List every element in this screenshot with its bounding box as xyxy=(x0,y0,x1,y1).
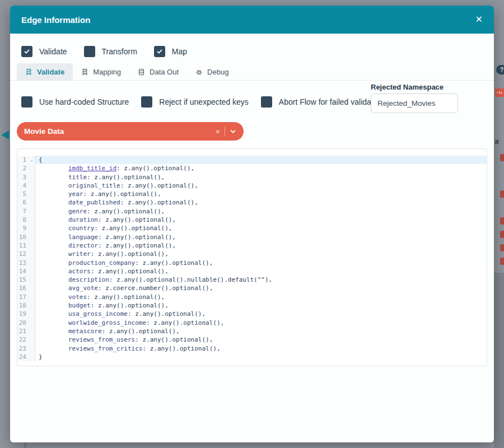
tab-debug[interactable]: Debug xyxy=(187,63,237,80)
code-line: 15 description: z.any().optional().nulla… xyxy=(17,276,487,284)
code-line-text[interactable]: title: z.any().optional(), xyxy=(35,173,487,181)
clear-selection-icon[interactable]: × xyxy=(216,127,220,136)
feature-toggles-row: Validate Transform Map xyxy=(21,46,494,57)
checkbox-label: Reject if unexpected keys xyxy=(159,97,249,106)
rejected-namespace-input[interactable] xyxy=(371,94,458,113)
code-line-text[interactable]: actors: z.any().optional(), xyxy=(35,267,487,276)
schema-key: language xyxy=(68,234,98,241)
code-line-text[interactable]: production_company: z.any().optional(), xyxy=(35,259,487,267)
unchecked-checkbox-abort-flow-for-failed-validation[interactable] xyxy=(261,96,272,108)
editor-gutter: 7 xyxy=(17,207,35,216)
schema-key: writer xyxy=(68,250,91,258)
tab-data-out[interactable]: Data Out xyxy=(129,63,187,80)
background-edge-arrow-icon xyxy=(1,130,9,139)
editor-gutter: 20 xyxy=(17,319,35,327)
unchecked-checkbox-use-hard-coded-structure[interactable] xyxy=(21,96,32,108)
editor-gutter: 14 xyxy=(17,267,35,276)
code-line-text[interactable]: usa_gross_income: z.any().optional(), xyxy=(35,310,487,318)
editor-gutter: 21 xyxy=(17,327,35,335)
fold-chevron-icon[interactable]: ⌄ xyxy=(29,156,35,164)
code-line-text[interactable]: avg_vote: z.coerce.number().optional(), xyxy=(35,284,487,292)
code-line: 22 reviews_from_users: z.any().optional(… xyxy=(17,335,487,344)
checkbox-group: Abort Flow for failed validation xyxy=(261,96,384,108)
line-number: 16 xyxy=(17,284,29,292)
code-line-text[interactable]: date_published: z.any().optional(), xyxy=(35,198,487,207)
background-panel-edge xyxy=(494,273,504,448)
code-line-text[interactable]: language: z.any().optional(), xyxy=(35,233,487,241)
code-line-text[interactable]: votes: z.any().optional(), xyxy=(35,293,487,301)
structure-select[interactable]: Movie Data × xyxy=(17,122,244,141)
checkbox-label: Validate xyxy=(39,47,67,56)
checkbox-group: Transform xyxy=(84,46,137,57)
checkbox-group: Use hard-coded Structure xyxy=(21,96,129,108)
code-line-text[interactable]: director: z.any().optional(), xyxy=(35,241,487,250)
checkbox-label: Use hard-coded Structure xyxy=(39,97,129,106)
code-line: 13 production_company: z.any().optional(… xyxy=(17,259,487,267)
editor-gutter: 18 xyxy=(17,301,35,310)
line-number: 7 xyxy=(17,207,29,216)
code-line-text[interactable]: budget: z.any().optional(), xyxy=(35,301,487,310)
fold-slot xyxy=(29,164,35,172)
chevron-down-icon[interactable] xyxy=(230,128,236,135)
code-line-text[interactable]: metascore: z.any().optional(), xyxy=(35,327,487,335)
code-line: 14 actors: z.any().optional(), xyxy=(17,267,487,276)
schema-key: reviews_from_critics xyxy=(68,345,142,352)
fold-slot xyxy=(29,233,35,241)
line-number: 6 xyxy=(17,198,29,207)
background-button-sliver xyxy=(500,154,504,161)
code-line-text[interactable]: genre: z.any().optional(), xyxy=(35,207,487,216)
code-line-text[interactable]: writer: z.any().optional(), xyxy=(35,250,487,258)
code-line-text[interactable]: worlwide_gross_income: z.any().optional(… xyxy=(35,319,487,327)
code-line-text[interactable]: reviews_from_critics: z.any().optional()… xyxy=(35,344,487,353)
schema-key: original_title xyxy=(68,182,120,189)
schema-code-editor[interactable]: 1⌄{2 imdb_title_id: z.any().optional(),3… xyxy=(17,148,487,366)
code-line: 19 usa_gross_income: z.any().optional(), xyxy=(17,310,487,318)
code-line-text[interactable]: imdb_title_id: z.any().optional(), xyxy=(35,164,487,172)
validation-options-row: Use hard-coded Structure Reject if unexp… xyxy=(21,96,384,108)
code-line: 20 worlwide_gross_income: z.any().option… xyxy=(17,319,487,327)
background-partial-text: it xyxy=(495,138,499,145)
fold-slot xyxy=(29,353,35,361)
checked-checkbox-validate[interactable] xyxy=(21,46,32,57)
unchecked-checkbox-transform[interactable] xyxy=(84,46,95,57)
line-number: 13 xyxy=(17,259,29,267)
bookmark-check-icon xyxy=(81,68,88,76)
code-editor-content[interactable]: 1⌄{2 imdb_title_id: z.any().optional(),3… xyxy=(17,149,487,366)
tab-mapping[interactable]: Mapping xyxy=(73,63,129,80)
schema-key: imdb_title_id xyxy=(68,165,116,172)
line-number: 11 xyxy=(17,241,29,250)
tab-label: Data Out xyxy=(150,68,179,76)
close-icon[interactable]: ✕ xyxy=(475,15,483,24)
editor-gutter: 2 xyxy=(17,164,35,172)
code-line-text[interactable]: duration: z.any().optional(), xyxy=(35,216,487,224)
unchecked-checkbox-reject-if-unexpected-keys[interactable] xyxy=(141,96,152,108)
code-line-text[interactable]: original_title: z.any().optional(), xyxy=(35,181,487,190)
fold-slot xyxy=(29,319,35,327)
fold-slot xyxy=(29,250,35,258)
schema-key: duration xyxy=(68,216,98,223)
editor-gutter: 9 xyxy=(17,224,35,232)
bug-icon xyxy=(195,68,203,76)
schema-key: director xyxy=(68,242,98,249)
code-line-text[interactable]: country: z.any().optional(), xyxy=(35,224,487,232)
code-line-text[interactable]: { xyxy=(35,156,487,164)
line-number: 12 xyxy=(17,250,29,258)
code-line: 1⌄{ xyxy=(17,156,487,164)
background-button-sliver xyxy=(500,258,504,265)
code-line-text[interactable]: description: z.any().optional().nullable… xyxy=(35,276,487,284)
editor-gutter: 15 xyxy=(17,276,35,284)
checkbox-group: Validate xyxy=(21,46,67,57)
code-line-text[interactable]: } xyxy=(35,353,487,361)
background-help-badge: ? xyxy=(496,65,504,74)
editor-gutter: 22 xyxy=(17,335,35,344)
code-line: 10 language: z.any().optional(), xyxy=(17,233,487,241)
code-line: 16 avg_vote: z.coerce.number().optional(… xyxy=(17,284,487,292)
tab-validate[interactable]: Validate xyxy=(17,63,73,80)
schema-key: title xyxy=(68,174,87,181)
background-new-chip: +N xyxy=(495,88,504,97)
line-number: 5 xyxy=(17,190,29,198)
code-line-text[interactable]: reviews_from_users: z.any().optional(), xyxy=(35,335,487,344)
database-icon xyxy=(138,68,145,76)
checked-checkbox-map[interactable] xyxy=(154,46,165,57)
code-line-text[interactable]: year: z.any().optional(), xyxy=(35,190,487,198)
